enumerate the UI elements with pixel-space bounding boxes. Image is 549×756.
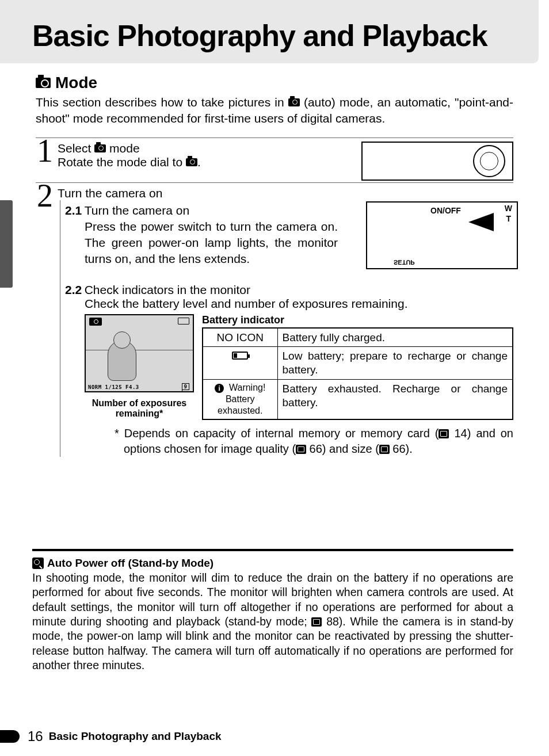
cell-icon: NO ICON xyxy=(203,328,277,347)
camera-mode-icon xyxy=(89,318,102,326)
page-ref-icon xyxy=(439,429,449,438)
substep-2-1: 2.1 Turn the camera on Press the power s… xyxy=(60,200,513,275)
page-number: 16 xyxy=(28,728,43,744)
section-side-tab xyxy=(0,200,13,288)
cell-desc: Battery exhausted. Recharge or change ba… xyxy=(277,379,513,419)
sub22-lead: Check the battery level and number of ex… xyxy=(85,297,513,311)
camera-icon xyxy=(186,158,197,166)
low-battery-icon xyxy=(232,352,248,360)
mode-intro: This section describes how to take pictu… xyxy=(36,94,513,127)
mode-heading-text: Mode xyxy=(55,74,97,92)
zoom-t-label: T xyxy=(506,214,511,223)
mode-dial-illustration xyxy=(361,142,513,181)
note-section: Auto Power off (Stand-by Mode) In shooti… xyxy=(0,557,549,673)
monitor-readout: NORM 1/125 F4.3 xyxy=(88,384,139,390)
note-body: In shooting mode, the monitor will dim t… xyxy=(32,571,513,673)
sub21-text: Press the power switch to turn the camer… xyxy=(85,219,338,268)
step-2: 2 Turn the camera on 2.1 Turn the camera… xyxy=(36,182,513,461)
table-title: Battery indicator xyxy=(202,314,513,326)
page-ref-icon xyxy=(379,445,390,454)
cell-icon xyxy=(203,347,277,380)
table-row: NO ICON Battery fully charged. xyxy=(203,328,513,347)
battery-indicator-table: NO ICON Battery fully charged. Low batte… xyxy=(202,327,513,420)
camera-icon xyxy=(94,144,106,152)
step-number: 2 xyxy=(37,180,53,212)
table-row: Low battery; prepare to recharge or chan… xyxy=(203,347,513,380)
page-footer: 16 Basic Photography and Playback xyxy=(0,728,549,744)
mode-dial-icon xyxy=(473,145,505,177)
zoom-w-label: W xyxy=(505,204,512,213)
cell-desc: Battery fully charged. xyxy=(277,328,513,347)
step-number: 1 xyxy=(37,135,53,167)
mode-heading: Mode xyxy=(36,74,513,92)
chapter-title: Basic Photography and Playback xyxy=(32,18,539,53)
step1-title-a: Select xyxy=(58,142,94,155)
step1-text-a: Rotate the mode dial to xyxy=(58,155,186,169)
battery-icon xyxy=(178,318,189,324)
footer-title: Basic Photography and Playback xyxy=(49,730,222,743)
page-ref-icon xyxy=(311,617,322,627)
note-heading: Auto Power off (Stand-by Mode) xyxy=(32,557,513,570)
intro-text-a: This section describes how to take pictu… xyxy=(36,96,288,109)
onoff-label: ON/OFF xyxy=(430,206,461,215)
camera-icon xyxy=(288,98,300,106)
fn-a: * Depends on capacity of internal memory… xyxy=(115,427,439,440)
step2-title: Turn the camera on xyxy=(58,186,513,200)
fn-d: 66). xyxy=(390,442,413,455)
battery-indicator-table-wrap: Battery indicator NO ICON Battery fully … xyxy=(202,314,513,420)
callout-line xyxy=(182,385,182,392)
caption-asterisk: * xyxy=(159,408,163,418)
camera-icon xyxy=(36,78,51,88)
monitor-caption: Number of exposures remaining* xyxy=(85,398,194,419)
sub-label: 2.1 xyxy=(65,204,82,217)
monitor-preview: NORM 1/125 F4.3 9 Number of exposures re… xyxy=(85,314,194,419)
power-switch-illustration: ON/OFF W T SETUP xyxy=(366,201,518,269)
warning-label: Warning! xyxy=(229,383,265,392)
chapter-header: Basic Photography and Playback xyxy=(0,0,539,63)
cell-icon: i Warning! Battery exhausted. xyxy=(203,379,277,419)
warning-sub: Battery exhausted. xyxy=(218,394,262,415)
sub-label: 2.2 xyxy=(65,283,82,296)
fn-c: 66) and size ( xyxy=(306,442,379,455)
sub-title: Turn the camera on xyxy=(85,204,189,217)
cell-desc: Low battery; prepare to recharge or chan… xyxy=(277,347,513,380)
step1-title-b: mode xyxy=(106,142,139,155)
step-1: 1 Select mode Rotate the mode dial to . xyxy=(36,138,513,182)
substep-2-2: 2.2 Check indicators in the monitor Chec… xyxy=(60,275,513,457)
sub22-heading: 2.2 Check indicators in the monitor xyxy=(65,283,513,297)
step1-text-b: . xyxy=(197,155,201,169)
table-row: i Warning! Battery exhausted. Battery ex… xyxy=(203,379,513,419)
sub-title: Check indicators in the monitor xyxy=(85,283,250,296)
page-ref-icon xyxy=(296,445,306,454)
setup-label: SETUP xyxy=(394,259,415,266)
monitor-screen: NORM 1/125 F4.3 9 xyxy=(85,314,194,392)
caption-line-1: Number of exposures xyxy=(92,398,186,408)
note-icon xyxy=(32,558,44,569)
footnote: * Depends on capacity of internal memory… xyxy=(115,426,513,457)
warning-icon: i xyxy=(215,384,224,393)
horizon-line xyxy=(86,350,193,350)
section-divider xyxy=(32,549,513,551)
subject-head xyxy=(113,331,131,349)
arrow-icon xyxy=(468,213,494,231)
footer-tab xyxy=(0,730,20,743)
note-heading-text: Auto Power off (Stand-by Mode) xyxy=(47,557,214,570)
exposures-remaining-value: 9 xyxy=(182,383,189,390)
caption-line-2: remaining xyxy=(116,408,159,418)
